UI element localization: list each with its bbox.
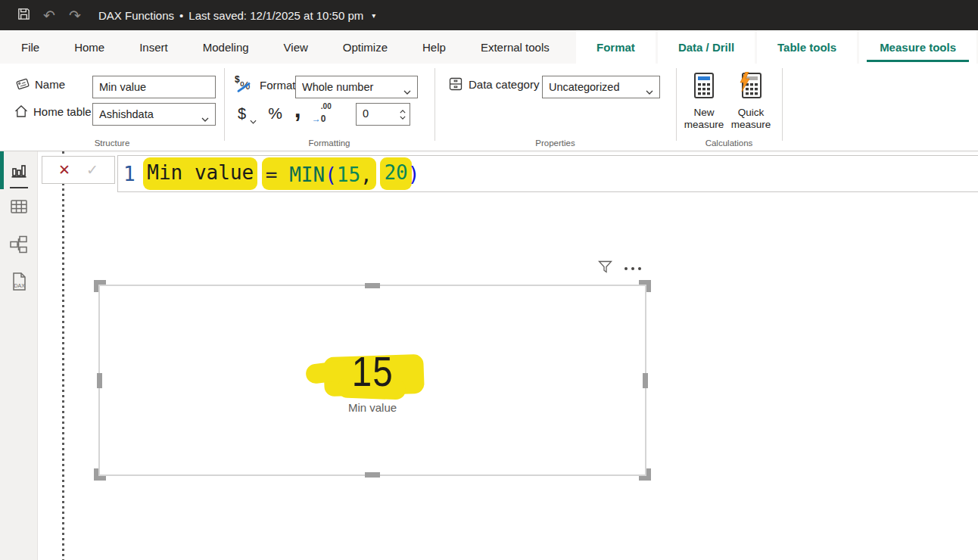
data-category-dropdown[interactable]: Uncategorized <box>542 76 660 98</box>
sidebar-item-model-view[interactable] <box>0 229 38 263</box>
card-data-label: Min value <box>100 401 645 414</box>
resize-handle-top-left[interactable] <box>94 280 106 292</box>
file-name: DAX Functions <box>98 9 174 22</box>
line-number: 1 <box>123 163 135 185</box>
function-token: MIN <box>289 163 325 186</box>
measure-name-input[interactable] <box>92 76 216 98</box>
resize-handle-top-right[interactable] <box>639 280 651 292</box>
tab-table-tools[interactable]: Table tools <box>757 30 857 64</box>
redo-icon: ↷ <box>69 7 81 24</box>
resize-handle-bottom-left[interactable] <box>94 468 106 481</box>
table-view-icon <box>9 198 29 219</box>
more-options-icon[interactable] <box>624 264 641 273</box>
tab-format[interactable]: Format <box>576 30 656 64</box>
cancel-formula-icon[interactable]: ✕ <box>58 163 70 177</box>
resize-handle-top[interactable] <box>365 283 380 288</box>
new-measure-button[interactable]: New measure <box>681 68 727 135</box>
group-divider <box>224 68 225 141</box>
argument-2-token: 20 <box>384 161 407 184</box>
filter-icon[interactable] <box>598 260 612 277</box>
chevron-down-icon <box>646 85 653 89</box>
formula-commit-box: ✕ ✓ <box>42 156 115 184</box>
name-field-label: Name <box>35 78 65 91</box>
view-switcher-sidebar: DAX <box>0 151 38 560</box>
tab-modeling[interactable]: Modeling <box>188 30 264 64</box>
chevron-down-icon <box>201 112 209 117</box>
tab-optimize[interactable]: Optimize <box>328 30 403 64</box>
dax-query-view-icon: DAX <box>9 272 29 296</box>
sidebar-item-table-view[interactable] <box>0 191 38 226</box>
quick-measure-icon <box>739 72 763 102</box>
tab-measure-tools[interactable]: Measure tools <box>859 30 976 64</box>
title-bar: ↶ ↷ DAX Functions • Last saved: 12/1/202… <box>0 0 978 30</box>
sidebar-item-dax-query-view[interactable]: DAX <box>0 266 38 301</box>
ribbon: Name Home table Ashishdata Structure $% … <box>0 64 978 151</box>
powerbi-window: ↶ ↷ DAX Functions • Last saved: 12/1/202… <box>0 0 978 560</box>
home-table-label: Home table <box>33 105 92 118</box>
canvas-guide-dotted-line <box>62 151 64 560</box>
group-divider <box>676 68 677 141</box>
resize-handle-bottom[interactable] <box>365 472 380 478</box>
argument-1-token: 15 <box>337 163 360 186</box>
tab-file[interactable]: File <box>6 30 55 64</box>
undo-icon: ↶ <box>43 7 55 24</box>
tab-insert[interactable]: Insert <box>124 30 183 64</box>
tab-data-drill[interactable]: Data / Drill <box>658 30 755 64</box>
title-bullet: • <box>179 9 183 22</box>
sidebar-item-report-view[interactable] <box>0 154 38 189</box>
stepper-buttons[interactable] <box>397 104 408 124</box>
contextual-tabs: Format Data / Drill Table tools Measure … <box>576 30 976 64</box>
currency-chevron-icon[interactable] <box>250 114 257 118</box>
new-measure-icon <box>693 72 715 102</box>
group-divider <box>782 68 783 141</box>
format-field-label: Format <box>260 79 296 92</box>
data-category-icon <box>448 76 463 92</box>
decimal-places-value: 0 <box>363 107 369 120</box>
comma-token: , <box>360 163 372 186</box>
last-saved-text: Last saved: 12/1/2025 at 10:50 pm <box>188 9 363 22</box>
resize-handle-bottom-right[interactable] <box>639 468 651 481</box>
visual-header-tools <box>598 260 641 277</box>
formatting-group-label: Formatting <box>224 138 434 148</box>
tab-view[interactable]: View <box>269 30 323 64</box>
chevron-up-icon <box>400 110 406 114</box>
format-dropdown[interactable]: Whole number <box>295 76 418 98</box>
formula-editor[interactable]: 1 Min value = MIN(15, 20) <box>117 155 978 192</box>
format-value: Whole number <box>302 81 403 93</box>
thousands-separator-button[interactable]: , <box>294 105 301 113</box>
quick-measure-button[interactable]: Quick measure <box>728 68 774 135</box>
tab-help[interactable]: Help <box>407 30 461 64</box>
document-title: DAX Functions • Last saved: 12/1/2025 at… <box>98 9 375 22</box>
report-view-icon <box>9 160 29 183</box>
properties-group-label: Properties <box>434 138 676 148</box>
close-paren-token: ) <box>408 163 420 185</box>
chevron-down-icon <box>400 116 406 120</box>
undo-button[interactable]: ↶ <box>36 0 62 30</box>
home-table-dropdown[interactable]: Ashishdata <box>92 103 216 126</box>
tab-home[interactable]: Home <box>59 30 120 64</box>
calculations-group-label: Calculations <box>676 138 782 148</box>
structure-group-label: Structure <box>0 138 224 148</box>
ribbon-tab-bar: File Home Insert Modeling View Optimize … <box>0 30 978 64</box>
svg-text:DAX: DAX <box>14 283 26 288</box>
title-dropdown-caret-icon[interactable]: ▾ <box>372 11 375 20</box>
format-icon: $% <box>235 74 254 95</box>
group-divider <box>434 68 435 141</box>
redo-button[interactable]: ↷ <box>62 0 88 30</box>
decimal-places-icon[interactable]: .00 →0 <box>312 103 332 124</box>
standard-tabs: File Home Insert Modeling View Optimize … <box>6 30 565 64</box>
data-category-value: Uncategorized <box>549 81 646 93</box>
currency-format-button[interactable]: $ <box>238 105 246 123</box>
save-button[interactable] <box>11 0 36 30</box>
home-icon <box>14 104 29 119</box>
percent-format-button[interactable]: % <box>268 104 282 123</box>
commit-formula-icon[interactable]: ✓ <box>86 163 98 177</box>
card-visual[interactable]: 15 Min value <box>98 285 646 476</box>
equals-token: = <box>266 163 278 186</box>
tag-icon <box>15 76 30 92</box>
data-category-label: Data category <box>469 78 539 91</box>
decimal-places-stepper[interactable]: 0 <box>356 103 410 126</box>
save-icon <box>17 7 31 24</box>
tab-external-tools[interactable]: External tools <box>466 30 565 64</box>
new-measure-label: New measure <box>681 107 727 131</box>
